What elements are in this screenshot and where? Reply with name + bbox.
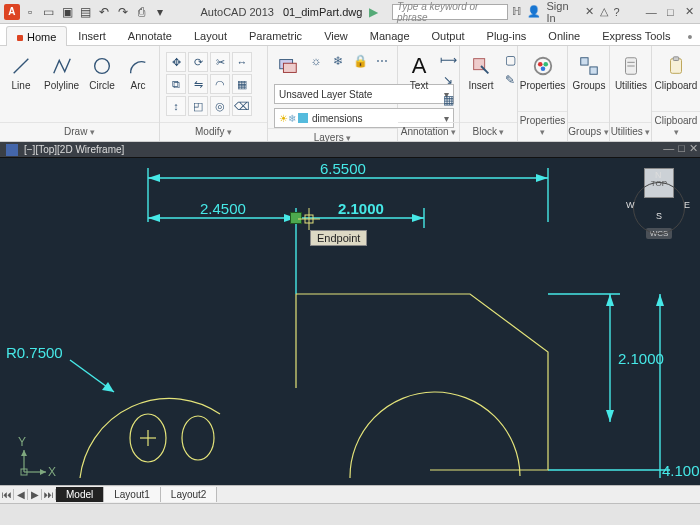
tab-expresstools[interactable]: Express Tools [591, 25, 681, 45]
qat-undo-icon[interactable]: ↶ [97, 4, 113, 20]
tab-view[interactable]: View [313, 25, 359, 45]
tab-insert[interactable]: Insert [67, 25, 117, 45]
text-icon: A [407, 54, 431, 78]
help-icon[interactable]: ? [614, 6, 620, 18]
layout-nav-next-icon[interactable]: ▶ [28, 489, 42, 500]
clipboard-panel-footer[interactable]: Clipboard [652, 111, 700, 141]
polyline-button[interactable]: Polyline [42, 52, 81, 93]
app-logo[interactable]: A [4, 4, 20, 20]
drawing-canvas[interactable]: 6.5500 2.4500 2.1000 2.1000 4.1000 R0.75… [0, 158, 700, 488]
signin-link[interactable]: Sign In [547, 0, 579, 24]
qat-save-icon[interactable]: ▣ [60, 4, 76, 20]
layer-more-icon[interactable]: ⋯ [373, 52, 391, 70]
title-bar: A ▫ ▭ ▣ ▤ ↶ ↷ ⎙ ▾ AutoCAD 2013 01_dimPar… [0, 0, 700, 24]
draw-panel-footer[interactable]: Draw [0, 122, 159, 141]
tab-parametric[interactable]: Parametric [238, 25, 313, 45]
qat-redo-icon[interactable]: ↷ [115, 4, 131, 20]
window-minimize-icon[interactable]: — [645, 6, 658, 18]
trim-icon[interactable]: ✂ [210, 52, 230, 72]
window-restore-icon[interactable]: □ [664, 6, 677, 18]
compass-w[interactable]: W [626, 200, 635, 210]
stretch-icon[interactable]: ↕ [166, 96, 186, 116]
layout-nav-first-icon[interactable]: ⏮ [0, 489, 14, 500]
tab-plugins[interactable]: Plug-ins [476, 25, 538, 45]
tab-manage[interactable]: Manage [359, 25, 421, 45]
viewport-control-icon[interactable] [6, 144, 18, 156]
tab-online[interactable]: Online [537, 25, 591, 45]
qat-new-icon[interactable]: ▫ [23, 4, 39, 20]
table-icon[interactable]: ▦ [440, 92, 456, 108]
viewport-label-bar: [−][Top][2D Wireframe] — □ ✕ [0, 142, 700, 158]
offset-icon[interactable]: ◎ [210, 96, 230, 116]
array-icon[interactable]: ▦ [232, 74, 252, 94]
tab-model[interactable]: Model [56, 487, 104, 502]
layer-off-icon[interactable]: ☼ [307, 52, 325, 70]
qat-print-icon[interactable]: ⎙ [134, 4, 150, 20]
doc-close-icon[interactable]: ✕ [689, 142, 698, 155]
groups-panel-footer[interactable]: Groups [568, 122, 609, 141]
signin-icon[interactable]: 👤 [527, 5, 541, 18]
compass-s[interactable]: S [656, 211, 662, 221]
utilities-panel-footer[interactable]: Utilities [610, 122, 651, 141]
properties-panel-footer[interactable]: Properties [518, 111, 567, 141]
tab-overflow-icon[interactable]: • [681, 29, 698, 45]
viewcube[interactable]: N E W S TOP WCS [632, 168, 686, 239]
layout-nav-prev-icon[interactable]: ◀ [14, 489, 28, 500]
line-button[interactable]: Line [6, 52, 36, 93]
layout-nav-last-icon[interactable]: ⏭ [42, 489, 56, 500]
copy-icon[interactable]: ⧉ [166, 74, 186, 94]
tab-layout[interactable]: Layout [183, 25, 238, 45]
doc-restore-icon[interactable]: □ [678, 142, 685, 155]
move-icon[interactable]: ✥ [166, 52, 186, 72]
rotate-icon[interactable]: ⟳ [188, 52, 208, 72]
tab-layout2[interactable]: Layout2 [161, 487, 218, 502]
help-search-input[interactable]: Type a keyword or phrase [392, 4, 509, 20]
modify-panel-footer[interactable]: Modify [160, 122, 267, 141]
doc-menu-icon[interactable]: ▶ [365, 4, 381, 20]
block-panel-footer[interactable]: Block [460, 122, 517, 141]
fillet-icon[interactable]: ◠ [210, 74, 230, 94]
insert-block-button[interactable]: Insert [466, 52, 496, 93]
window-close-icon[interactable]: ✕ [683, 5, 696, 18]
tab-home[interactable]: Home [6, 26, 67, 46]
circle-icon [90, 54, 114, 78]
tab-output[interactable]: Output [421, 25, 476, 45]
dimension-icon[interactable]: ⟼ [440, 52, 456, 68]
clipboard-button[interactable]: Clipboard [658, 52, 694, 93]
doc-minimize-icon[interactable]: — [663, 142, 674, 155]
utilities-button[interactable]: Utilities [616, 52, 646, 93]
text-button[interactable]: AText [404, 52, 434, 93]
mirror-icon[interactable]: ⇋ [188, 74, 208, 94]
drawing-area[interactable]: [−][Top][2D Wireframe] — □ ✕ 6.5500 2.45… [0, 142, 700, 485]
svg-rect-9 [581, 58, 588, 65]
erase-icon[interactable]: ⌫ [232, 96, 252, 116]
edit-block-icon[interactable]: ✎ [502, 72, 518, 88]
svg-marker-34 [40, 469, 46, 475]
exchange-icon[interactable]: ✕ [585, 5, 594, 18]
groups-button[interactable]: Groups [574, 52, 604, 93]
tab-annotate[interactable]: Annotate [117, 25, 183, 45]
layer-properties-icon[interactable] [274, 52, 301, 80]
compass-e[interactable]: E [684, 200, 690, 210]
qat-open-icon[interactable]: ▭ [41, 4, 57, 20]
arc-button[interactable]: Arc [123, 52, 153, 93]
scale-icon[interactable]: ◰ [188, 96, 208, 116]
viewport-label[interactable]: [−][Top][2D Wireframe] [24, 144, 124, 155]
search-submit-icon[interactable]: ℍ [512, 5, 521, 18]
circle-button[interactable]: Circle [87, 52, 117, 93]
clipboard-icon [664, 54, 688, 78]
viewcube-compass[interactable] [633, 182, 685, 234]
layer-lock-icon[interactable]: 🔒 [351, 52, 369, 70]
annotation-panel-footer[interactable]: Annotation [398, 122, 459, 141]
compass-n[interactable]: N [655, 170, 662, 180]
a360-icon[interactable]: △ [600, 5, 608, 18]
leader-icon[interactable]: ↘ [440, 72, 456, 88]
layer-freeze-icon[interactable]: ❄ [329, 52, 347, 70]
properties-button[interactable]: Properties [524, 52, 561, 93]
qat-dropdown-icon[interactable]: ▾ [152, 4, 168, 20]
create-block-icon[interactable]: ▢ [502, 52, 518, 68]
extend-icon[interactable]: ↔ [232, 52, 252, 72]
tab-layout1[interactable]: Layout1 [104, 487, 161, 502]
qat-saveas-icon[interactable]: ▤ [78, 4, 94, 20]
ribbon-body: Line Polyline Circle Arc Draw ✥⟳✂↔ ⧉⇋◠▦ … [0, 46, 700, 142]
